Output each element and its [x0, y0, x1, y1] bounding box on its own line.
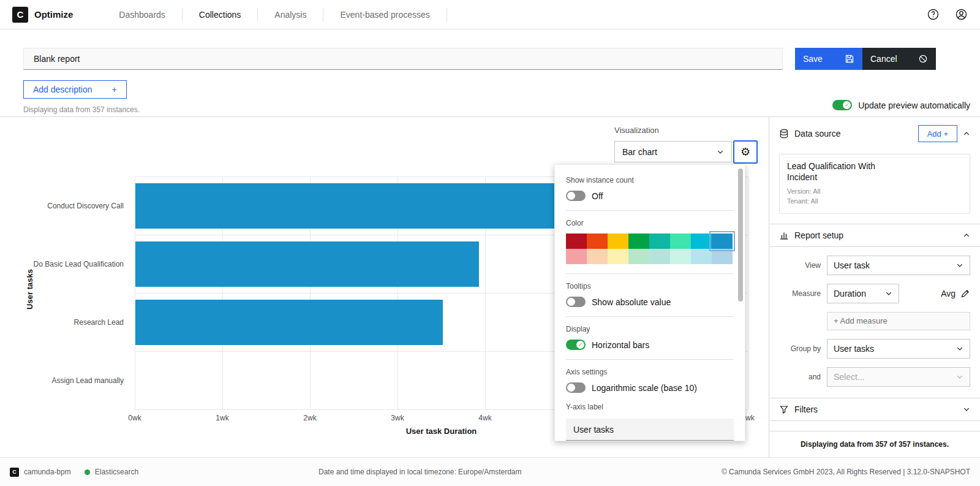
- color-swatch[interactable]: [628, 234, 649, 249]
- and-row: and Select...: [779, 367, 970, 387]
- brand[interactable]: C Optimize: [12, 7, 73, 23]
- y-axis-label-section-label: Y-axis label: [566, 403, 734, 411]
- color-swatch[interactable]: [691, 234, 712, 249]
- database-icon: [779, 129, 789, 139]
- save-button[interactable]: Save: [795, 48, 862, 70]
- visualization-value: Bar chart: [622, 147, 657, 157]
- cancel-button[interactable]: Cancel: [862, 48, 936, 70]
- data-source-title: Data source: [794, 129, 840, 139]
- color-swatch[interactable]: [691, 249, 712, 264]
- add-measure-button[interactable]: + Add measure: [827, 312, 970, 330]
- report-name-input[interactable]: [23, 48, 783, 70]
- update-preview-toggle[interactable]: [832, 100, 852, 110]
- view-label: View: [779, 261, 827, 270]
- filters-title: Filters: [794, 404, 818, 414]
- add-data-source-button[interactable]: Add +: [918, 125, 957, 142]
- filter-icon: [779, 404, 789, 414]
- data-source-header: Data source Add +: [769, 122, 980, 145]
- color-swatch[interactable]: [608, 249, 628, 264]
- color-swatch[interactable]: [712, 234, 733, 249]
- instance-count-value: Off: [592, 191, 603, 201]
- popup-divider: [566, 210, 734, 211]
- update-preview-row: Update preview automatically: [832, 100, 970, 110]
- measure-label: Measure: [779, 289, 827, 298]
- edit-pencil-icon[interactable]: [960, 289, 970, 298]
- add-description-button[interactable]: Add description +: [23, 80, 127, 99]
- color-section-label: Color: [566, 219, 734, 227]
- group-by-row: Group by User tasks: [779, 339, 970, 359]
- plus-icon: +: [112, 85, 117, 94]
- toggle-knob: [567, 298, 575, 306]
- chart-bar: [135, 241, 479, 287]
- color-swatch[interactable]: [587, 234, 608, 249]
- color-swatch[interactable]: [628, 249, 649, 264]
- chevron-down-icon: [885, 290, 892, 297]
- secondary-group-select[interactable]: Select...: [827, 367, 970, 387]
- tooltips-section-label: Tooltips: [566, 282, 734, 290]
- popup-scrollbar[interactable]: [738, 169, 743, 302]
- chevron-down-icon: [956, 345, 963, 352]
- camunda-mini-logo-icon: C: [10, 468, 19, 477]
- color-swatch[interactable]: [649, 249, 670, 264]
- nav-collections[interactable]: Collections: [183, 0, 257, 29]
- configuration-sidebar: Data source Add + Lead Qualification Wit…: [769, 117, 980, 457]
- y-axis-label-input[interactable]: [566, 419, 734, 441]
- user-profile-icon[interactable]: [954, 8, 968, 21]
- add-measure-row: + Add measure: [779, 312, 970, 330]
- add-description-label: Add description: [33, 85, 92, 94]
- x-tick-label: 4wk: [478, 414, 491, 422]
- popup-divider: [566, 359, 734, 360]
- measure-select[interactable]: Duration: [827, 284, 899, 303]
- visualization-select[interactable]: Bar chart: [614, 141, 732, 162]
- color-swatch[interactable]: [566, 249, 587, 264]
- show-instance-count-toggle[interactable]: [566, 191, 586, 201]
- chevron-down-icon: [956, 262, 963, 269]
- absolute-value-toggle[interactable]: [566, 297, 586, 307]
- chevron-up-icon[interactable]: [963, 232, 970, 239]
- visualization-label: Visualization: [614, 126, 659, 135]
- color-swatch[interactable]: [566, 234, 587, 249]
- data-source-version: Version: All: [787, 187, 962, 196]
- display-value: Horizontal bars: [592, 340, 649, 350]
- color-swatch[interactable]: [670, 249, 691, 264]
- color-swatch[interactable]: [587, 249, 608, 264]
- footer-left: C camunda-bpm Elasticsearch: [10, 468, 138, 477]
- save-label: Save: [803, 54, 823, 64]
- chart-category-label: Do Basic Lead Qualification: [0, 235, 124, 293]
- color-swatch[interactable]: [670, 234, 691, 249]
- color-swatch[interactable]: [649, 234, 670, 249]
- help-icon[interactable]: [926, 8, 940, 21]
- timezone-note: Date and time displayed in local timezon…: [318, 468, 522, 476]
- chart-vertical-gridline: [748, 177, 748, 409]
- filters-header[interactable]: Filters: [769, 398, 980, 421]
- chevron-down-icon: [956, 373, 963, 381]
- chart-bar: [135, 300, 443, 345]
- color-palette-top-row: [566, 234, 734, 249]
- view-select[interactable]: User task: [827, 256, 970, 275]
- chart-category-label: Assign Lead manually: [0, 351, 124, 409]
- data-source-card[interactable]: Lead Qualification With Incident Version…: [779, 154, 970, 214]
- logarithmic-scale-toggle[interactable]: [566, 382, 586, 393]
- chevron-up-icon[interactable]: [963, 130, 970, 137]
- color-swatch[interactable]: [712, 249, 733, 264]
- tooltips-value: Show absolute value: [592, 297, 671, 307]
- nav-analysis[interactable]: Analysis: [258, 0, 323, 29]
- measure-value: Duration: [834, 289, 866, 298]
- chevron-down-icon[interactable]: [963, 406, 970, 413]
- color-palette-bottom-row: [566, 249, 734, 264]
- instances-summary: Displaying data from 357 of 357 instance…: [769, 431, 980, 457]
- page-footer: C camunda-bpm Elasticsearch Date and tim…: [0, 457, 980, 486]
- cancel-label: Cancel: [870, 54, 897, 64]
- nav-event-based-processes[interactable]: Event-based processes: [323, 0, 446, 29]
- axis-settings-value: Logarithmic scale (base 10): [592, 383, 697, 393]
- chart-settings-gear-button[interactable]: ⚙: [733, 140, 758, 164]
- horizontal-bars-toggle[interactable]: [566, 340, 586, 350]
- color-swatch[interactable]: [608, 234, 628, 249]
- chart-category-label: Research Lead: [0, 293, 124, 351]
- report-setup-title: Report setup: [794, 230, 843, 240]
- display-section-label: Display: [566, 325, 734, 333]
- nav-dashboards[interactable]: Dashboards: [102, 0, 182, 29]
- x-tick-label: 1wk: [216, 414, 228, 422]
- data-source-tenant: Tenant: All: [787, 197, 962, 206]
- group-by-select[interactable]: User tasks: [827, 339, 970, 359]
